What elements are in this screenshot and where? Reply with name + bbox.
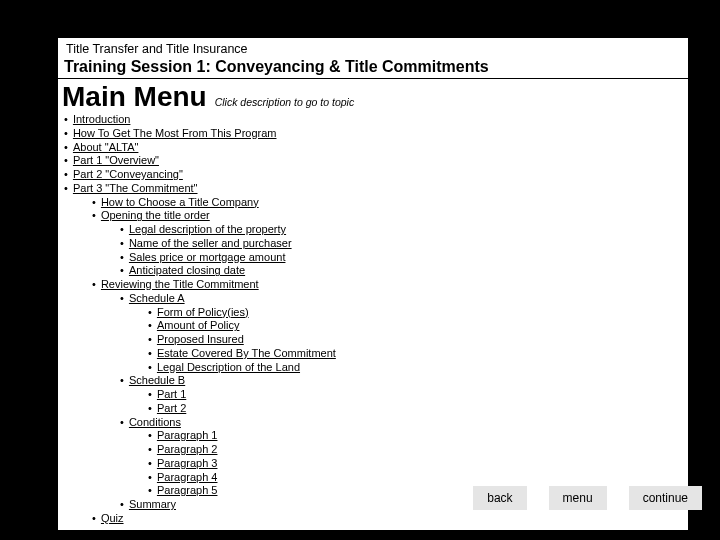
topic-row: • How To Get The Most From This Program: [64, 127, 682, 141]
topic-link[interactable]: Estate Covered By The Commitment: [157, 347, 336, 359]
topic-row: • Schedule A: [120, 292, 682, 306]
bullet-icon: •: [64, 113, 71, 125]
topic-link[interactable]: Sales price or mortgage amount: [129, 251, 286, 263]
bullet-icon: •: [120, 251, 127, 263]
bullet-icon: •: [148, 457, 155, 469]
topic-row: • Amount of Policy: [148, 319, 682, 333]
topic-list: • Introduction• How To Get The Most From…: [58, 113, 688, 530]
bullet-icon: •: [120, 498, 127, 510]
topic-link[interactable]: Paragraph 5: [157, 484, 218, 496]
topic-row: • Name of the seller and purchaser: [120, 237, 682, 251]
bullet-icon: •: [120, 223, 127, 235]
topic-link[interactable]: Opening the title order: [101, 209, 210, 221]
bullet-icon: •: [92, 196, 99, 208]
topic-row: • About "ALTA": [64, 141, 682, 155]
topic-row: • Reviewing the Title Commitment: [92, 278, 682, 292]
topic-link[interactable]: Legal Description of the Land: [157, 361, 300, 373]
bullet-icon: •: [120, 374, 127, 386]
topic-link[interactable]: Part 3 "The Commitment": [73, 182, 198, 194]
topic-link[interactable]: Paragraph 3: [157, 457, 218, 469]
topic-row: • How to Choose a Title Company: [92, 196, 682, 210]
topic-row: • Introduction: [64, 113, 682, 127]
topic-link[interactable]: Paragraph 1: [157, 429, 218, 441]
topic-link[interactable]: Anticipated closing date: [129, 264, 245, 276]
bullet-icon: •: [64, 127, 71, 139]
topic-row: • Legal description of the property: [120, 223, 682, 237]
course-title: Title Transfer and Title Insurance: [58, 38, 688, 58]
topic-link[interactable]: Summary: [129, 498, 176, 510]
topic-link[interactable]: Amount of Policy: [157, 319, 240, 331]
bullet-icon: •: [148, 402, 155, 414]
topic-link[interactable]: Part 2: [157, 402, 186, 414]
topic-row: • Paragraph 4: [148, 471, 682, 485]
bullet-icon: •: [148, 443, 155, 455]
topic-link[interactable]: How to Choose a Title Company: [101, 196, 259, 208]
nav-buttons: back menu continue: [473, 486, 702, 510]
menu-button[interactable]: menu: [549, 486, 607, 510]
main-menu-row: Main Menu Click description to go to top…: [58, 79, 688, 113]
topic-link[interactable]: Part 2 "Conveyancing": [73, 168, 183, 180]
bullet-icon: •: [120, 237, 127, 249]
topic-row: • Proposed Insured: [148, 333, 682, 347]
topic-row: • Legal Description of the Land: [148, 361, 682, 375]
bullet-icon: •: [64, 141, 71, 153]
topic-link[interactable]: Introduction: [73, 113, 130, 125]
bullet-icon: •: [64, 154, 71, 166]
bullet-icon: •: [92, 209, 99, 221]
bullet-icon: •: [148, 388, 155, 400]
topic-row: • Form of Policy(ies): [148, 306, 682, 320]
training-slide: Title Transfer and Title Insurance Train…: [58, 38, 688, 530]
topic-link[interactable]: Schedule B: [129, 374, 185, 386]
bullet-icon: •: [64, 168, 71, 180]
topic-link[interactable]: Paragraph 4: [157, 471, 218, 483]
topic-link[interactable]: How To Get The Most From This Program: [73, 127, 277, 139]
topic-link[interactable]: Proposed Insured: [157, 333, 244, 345]
topic-link[interactable]: About "ALTA": [73, 141, 139, 153]
bullet-icon: •: [148, 333, 155, 345]
topic-link[interactable]: Legal description of the property: [129, 223, 286, 235]
bullet-icon: •: [148, 306, 155, 318]
main-menu-heading: Main Menu: [62, 79, 207, 113]
bullet-icon: •: [148, 347, 155, 359]
topic-link[interactable]: Paragraph 2: [157, 443, 218, 455]
bullet-icon: •: [148, 429, 155, 441]
topic-row: • Paragraph 1: [148, 429, 682, 443]
bullet-icon: •: [120, 264, 127, 276]
topic-link[interactable]: Reviewing the Title Commitment: [101, 278, 259, 290]
topic-row: • Paragraph 2: [148, 443, 682, 457]
topic-row: • Opening the title order: [92, 209, 682, 223]
bullet-icon: •: [92, 512, 99, 524]
topic-row: • Part 1: [148, 388, 682, 402]
topic-link[interactable]: Quiz: [101, 512, 124, 524]
topic-row: • Quiz: [92, 512, 682, 526]
click-hint: Click description to go to topic: [215, 96, 354, 108]
topic-link[interactable]: Part 1: [157, 388, 186, 400]
topic-link[interactable]: Form of Policy(ies): [157, 306, 249, 318]
topic-link[interactable]: Name of the seller and purchaser: [129, 237, 292, 249]
topic-row: • Part 2 "Conveyancing": [64, 168, 682, 182]
topic-row: • Anticipated closing date: [120, 264, 682, 278]
topic-row: • Part 3 "The Commitment": [64, 182, 682, 196]
bullet-icon: •: [148, 361, 155, 373]
topic-row: • Sales price or mortgage amount: [120, 251, 682, 265]
topic-link[interactable]: Conditions: [129, 416, 181, 428]
topic-row: • Conditions: [120, 416, 682, 430]
session-title: Training Session 1: Conveyancing & Title…: [58, 58, 688, 79]
bullet-icon: •: [64, 182, 71, 194]
topic-row: • Estate Covered By The Commitment: [148, 347, 682, 361]
back-button[interactable]: back: [473, 486, 526, 510]
bullet-icon: •: [120, 416, 127, 428]
bullet-icon: •: [120, 292, 127, 304]
content-box: Title Transfer and Title Insurance Train…: [58, 38, 688, 530]
topic-row: • Paragraph 3: [148, 457, 682, 471]
topic-row: • Part 2: [148, 402, 682, 416]
continue-button[interactable]: continue: [629, 486, 702, 510]
topic-row: • Schedule B: [120, 374, 682, 388]
bullet-icon: •: [148, 319, 155, 331]
topic-link[interactable]: Schedule A: [129, 292, 185, 304]
bullet-icon: •: [148, 471, 155, 483]
bullet-icon: •: [92, 278, 99, 290]
topic-link[interactable]: Part 1 "Overview": [73, 154, 159, 166]
bullet-icon: •: [148, 484, 155, 496]
topic-row: • Part 1 "Overview": [64, 154, 682, 168]
